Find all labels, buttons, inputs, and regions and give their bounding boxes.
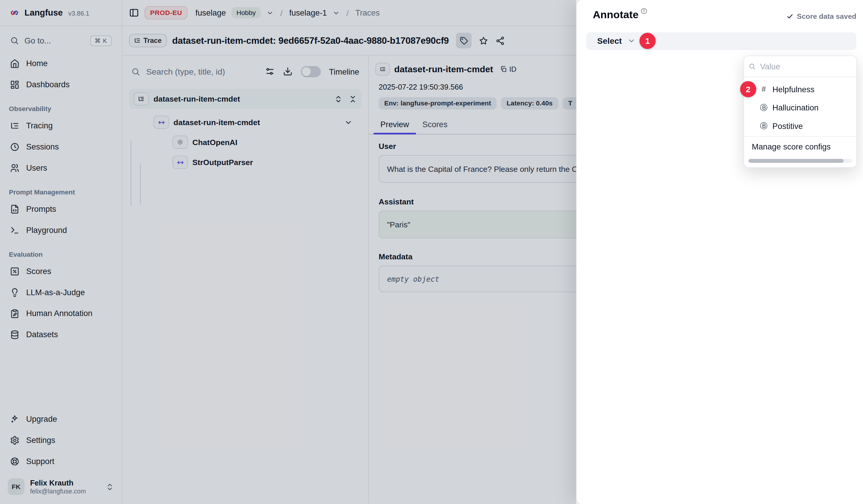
sidebar-item-datasets[interactable]: Datasets [0,324,122,345]
score-select-trigger[interactable]: Select 1 [586,32,856,50]
boolean-type-icon: Ⓑ [760,103,768,113]
manage-score-configs-button[interactable]: Manage score configs [744,136,856,157]
chevrons-down-up-icon[interactable] [349,95,357,103]
info-icon[interactable] [641,8,648,14]
panel-left-icon[interactable] [129,8,139,18]
chevron-down-icon[interactable] [344,118,352,126]
sidebar-item-label: Prompts [26,204,56,213]
user-email: felix@langfuse.com [30,488,100,495]
annotate-header: Annotate Score data saved [577,0,863,22]
chevrons-up-down-icon[interactable] [334,95,342,103]
breadcrumb-page[interactable]: Traces [355,8,380,17]
sidebar-item-home[interactable]: Home [0,53,122,74]
chevron-down-icon[interactable] [333,9,340,16]
breadcrumb-org[interactable]: fuselage [196,8,226,17]
life-buoy-icon [10,456,20,466]
tab-scores[interactable]: Scores [416,116,454,134]
boolean-type-icon: Ⓑ [760,121,768,131]
trace-badge-label: Trace [143,37,162,44]
dropdown-item-hallucination[interactable]: Ⓑ Hallucination [744,99,856,117]
chevron-down-icon[interactable] [266,9,274,16]
user-menu[interactable]: FK Felix Krauth felix@langfuse.com [0,472,122,504]
observation-tree-panel: Timeline dataset-run-item-cmdet [122,55,368,504]
sidebar-item-support[interactable]: Support [0,451,122,472]
command-k-shortcut: ⌘ K [90,35,112,46]
annotate-drawer: Annotate Score data saved Select [576,0,863,504]
span-icon [153,115,169,129]
sidebar-item-label: Home [26,59,48,68]
detail-title: dataset-run-item-cmdet [394,64,493,74]
clipboard-pen-icon [10,309,20,318]
goto-label: Go to... [24,36,84,45]
section-label-evaluation: Evaluation [9,250,122,258]
sidebar-item-llm-as-a-judge[interactable]: LLM-as-a-Judge [0,282,122,303]
filter-sliders-icon[interactable] [265,67,275,76]
timeline-toggle[interactable] [301,66,321,77]
dropdown-scrollbar-thumb[interactable] [748,159,843,163]
goto-search-button[interactable]: Go to... ⌘ K [5,32,116,50]
copy-id-button[interactable]: ID [500,65,516,73]
tab-preview[interactable]: Preview [374,116,416,134]
breadcrumb-project[interactable]: fuselage-1 [289,8,327,17]
sidebar-item-dashboards[interactable]: Dashboards [0,74,122,95]
trace-title-row: Trace dataset-run-item-cmdet: 9ed6657f-5… [122,26,576,55]
sidebar-item-tracing[interactable]: Tracing [0,115,122,136]
saved-status: Score data saved [786,12,856,21]
dropdown-search-input[interactable] [759,61,851,72]
trace-type-badge: Trace [129,34,167,47]
download-icon[interactable] [283,67,292,76]
env-region-badge[interactable]: PROD-EU [145,6,188,20]
brand-row: Langfuse v3.86.1 [0,0,122,26]
trace-tree-icon [134,92,149,105]
star-button[interactable] [479,36,488,45]
sparkle-icon [10,414,20,424]
trace-actions [456,33,505,49]
select-label: Select [597,36,622,46]
sidebar-item-users[interactable]: Users [0,157,122,178]
users-icon [10,163,20,172]
numeric-type-icon: # [760,85,768,93]
percent-square-icon [10,267,20,276]
sidebar-nav: Home Dashboards Observability [0,53,122,345]
tag-button[interactable] [456,33,472,49]
toggle-knob [302,67,311,76]
step-badge-1: 1 [640,33,656,49]
chevron-down-icon [627,37,636,45]
openai-icon [172,136,188,149]
sidebar-item-settings[interactable]: Settings [0,430,122,451]
clock-icon [10,142,20,151]
dropdown-item-postitive[interactable]: Ⓑ Postitive [744,117,856,135]
tree-row-parser[interactable]: StrOutputParser [127,152,364,172]
dropdown-item-label: Helpfulness [773,85,814,93]
saved-status-text: Score data saved [797,12,856,21]
dashboards-icon [10,80,20,89]
langfuse-logo-icon [9,7,20,18]
tree-search-input[interactable] [145,66,260,77]
tree-row-label: dataset-run-item-cmdet [153,94,330,103]
env-badge: Env: langfuse-prompt-experiment [379,97,497,109]
tree-row-span[interactable]: dataset-run-item-cmdet [127,112,364,132]
trace-title: dataset-run-item-cmdet: 9ed6657f-52a0-4a… [172,35,449,46]
tree-row-trace-root[interactable]: dataset-run-item-cmdet [129,89,362,109]
search-icon [748,63,756,70]
sidebar-item-upgrade[interactable]: Upgrade [0,409,122,430]
sidebar-item-human-annotation[interactable]: Human Annotation [0,303,122,324]
dropdown-item-helpfulness[interactable]: 2 # Helpfulness [744,80,856,98]
sidebar-item-label: Scores [26,267,51,275]
sidebar-item-sessions[interactable]: Sessions [0,136,122,157]
tree-row-generation[interactable]: ChatOpenAI [127,132,364,152]
sidebar-item-playground[interactable]: Playground [0,219,122,241]
tree-tools: Timeline [265,66,359,77]
terminal-icon [10,225,20,235]
sidebar-item-label: Settings [26,436,55,445]
sidebar-item-scores[interactable]: Scores [0,260,122,282]
dropdown-search-row [744,56,856,77]
search-icon [10,36,19,45]
breadcrumb-separator: / [346,8,350,17]
sidebar-item-prompts[interactable]: Prompts [0,198,122,219]
share-button[interactable] [496,36,505,45]
user-meta: Felix Krauth felix@langfuse.com [30,479,100,495]
breadcrumb-bar: PROD-EU fuselage Hobby / fuselage-1 / Tr… [122,0,576,26]
plan-badge[interactable]: Hobby [231,7,261,18]
section-label-observability: Observability [9,105,122,113]
